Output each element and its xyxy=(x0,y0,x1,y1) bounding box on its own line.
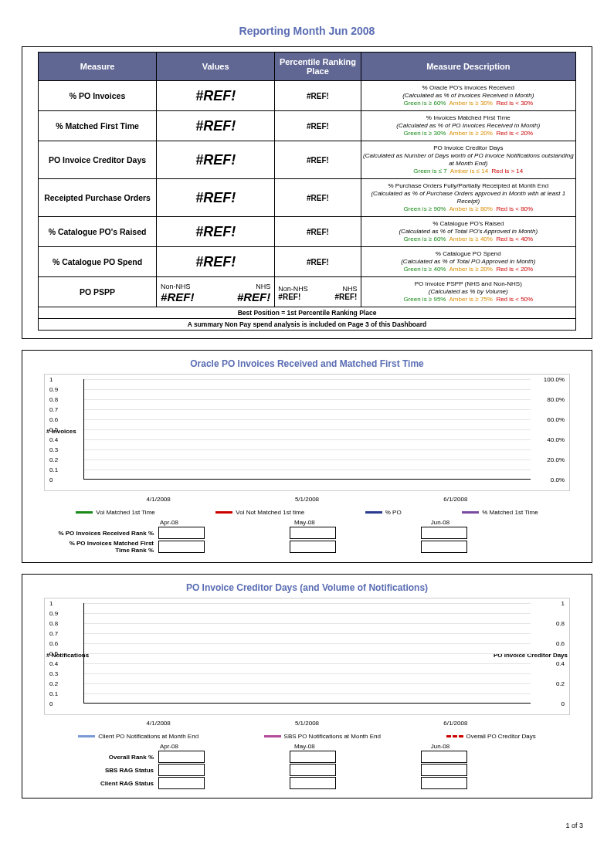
y2tick: 0.2 xyxy=(556,680,565,687)
rank-box xyxy=(421,541,467,553)
chart1-legend: Vol Matched 1st TimeVol Not Matched 1st … xyxy=(46,509,568,516)
rank-box xyxy=(421,777,467,789)
rank-row: % PO Invoices Received Rank % xyxy=(53,527,576,539)
month-label: Jun-08 xyxy=(431,743,449,750)
ytick: 0.7 xyxy=(49,406,58,413)
rank-box xyxy=(290,777,336,789)
ytick: 0 xyxy=(49,700,53,707)
legend-item: Vol Not Matched 1st time xyxy=(215,509,304,516)
measure-name: % Catalogue PO's Raised xyxy=(39,217,157,247)
y2tick: 0.8 xyxy=(556,620,565,627)
measure-name: % Matched First Time xyxy=(39,111,157,141)
legend-item: % PO xyxy=(365,509,402,516)
ytick: 0.8 xyxy=(49,396,58,403)
measures-table: Measure Values Percentile Ranking Place … xyxy=(38,52,576,307)
ytick: 0.6 xyxy=(49,416,58,423)
ytick: 0.9 xyxy=(49,610,58,617)
y2tick: 20.0% xyxy=(547,456,565,463)
table-footer-1: Best Position = 1st Percentile Ranking P… xyxy=(38,307,576,319)
rank-box xyxy=(158,527,205,539)
measure-rank: Non-NHSNHS#REF!#REF! xyxy=(275,277,361,307)
ytick: 0.5 xyxy=(49,650,58,657)
ytick: 0.9 xyxy=(49,386,58,393)
ytick: 0.2 xyxy=(49,680,58,687)
col-rank: Percentile Ranking Place xyxy=(275,53,361,81)
xtick: 5/1/2008 xyxy=(295,496,319,503)
measure-name: PO PSPP xyxy=(39,277,157,307)
xtick: 6/1/2008 xyxy=(443,720,467,727)
measure-rank: #REF! xyxy=(275,179,361,217)
page-number: 1 of 3 xyxy=(15,822,583,829)
measure-desc: % Invoices Matched First Time(Calculated… xyxy=(361,111,575,141)
measure-name: Receipted Purchase Orders xyxy=(39,179,157,217)
ytick: 0.2 xyxy=(49,456,58,463)
table-footer-2: A summary Non Pay spend analysis is incl… xyxy=(38,319,576,331)
ytick: 1 xyxy=(49,376,53,383)
legend-item: % Matched 1st Time xyxy=(462,509,538,516)
rank-row: % PO Invoices Matched First Time Rank % xyxy=(53,540,576,554)
col-values: Values xyxy=(157,53,275,81)
legend-item: SBS PO Notifications at Month End xyxy=(264,733,381,740)
legend-item: Client PO Notifications at Month End xyxy=(78,733,198,740)
measure-name: PO Invoice Creditor Days xyxy=(39,141,157,179)
xtick: 4/1/2008 xyxy=(147,720,171,727)
chart1-title: Oracle PO Invoices Received and Matched … xyxy=(38,358,576,369)
ytick: 0.1 xyxy=(49,690,58,697)
col-measure: Measure xyxy=(39,53,157,81)
xtick: 5/1/2008 xyxy=(295,720,319,727)
ytick: 0.3 xyxy=(49,670,58,677)
rank-box xyxy=(158,764,205,776)
xtick: 4/1/2008 xyxy=(147,496,171,503)
rank-row: Client RAG Status xyxy=(53,777,576,789)
chart1-xticks: 4/1/20085/1/20086/1/2008 xyxy=(84,496,530,503)
y2tick: 80.0% xyxy=(547,396,565,403)
chart1-plot: # Invoices 10.90.80.70.60.50.40.30.20.10… xyxy=(44,374,570,491)
measure-name: % Catalogue PO Spend xyxy=(39,247,157,277)
rank-box xyxy=(290,527,336,539)
legend-item: Overall PO Creditor Days xyxy=(446,733,536,740)
measure-value: #REF! xyxy=(157,247,275,277)
month-label: May-08 xyxy=(294,519,315,526)
ytick: 0.5 xyxy=(49,426,58,433)
measure-rank: #REF! xyxy=(275,141,361,179)
rank-box xyxy=(290,764,336,776)
measure-desc: % Oracle PO's Invoices Received(Calculat… xyxy=(361,81,575,111)
measure-value: #REF! xyxy=(157,217,275,247)
legend-item: Vol Matched 1st Time xyxy=(76,509,154,516)
chart1-grid xyxy=(83,379,531,480)
chart1-ranks: % PO Invoices Received Rank %% PO Invoic… xyxy=(38,527,576,554)
ytick: 0.4 xyxy=(49,660,58,667)
chart1-panel: Oracle PO Invoices Received and Matched … xyxy=(22,350,592,563)
rank-box xyxy=(421,751,467,763)
measure-rank: #REF! xyxy=(275,217,361,247)
y2tick: 0.4 xyxy=(556,660,565,667)
rank-box xyxy=(290,751,336,763)
measure-rank: #REF! xyxy=(275,247,361,277)
rank-box xyxy=(290,541,336,553)
chart2-legend: Client PO Notifications at Month EndSBS … xyxy=(46,733,568,740)
xtick: 6/1/2008 xyxy=(443,496,467,503)
month-label: Apr-08 xyxy=(160,519,178,526)
chart2-plot: # Notifications PO Invoice Creditor Days… xyxy=(44,598,570,715)
page-title: Reporting Month Jun 2008 xyxy=(15,25,599,37)
measure-desc: PO Invoice Creditor Days(Calculated as N… xyxy=(361,141,575,179)
chart2-title: PO Invoice Creditor Days (and Volume of … xyxy=(38,582,576,593)
measure-value: Non-NHSNHS#REF!#REF! xyxy=(157,277,275,307)
measure-desc: % Catalogue PO Spend(Calculated as % of … xyxy=(361,247,575,277)
y2tick: 0.6 xyxy=(556,640,565,647)
measure-rank: #REF! xyxy=(275,111,361,141)
y2tick: 0.0% xyxy=(551,476,565,483)
measure-value: #REF! xyxy=(157,81,275,111)
measure-value: #REF! xyxy=(157,179,275,217)
ytick: 0.6 xyxy=(49,640,58,647)
rank-box xyxy=(158,541,205,553)
y2tick: 40.0% xyxy=(547,436,565,443)
chart2-ranks: Overall Rank %SBS RAG StatusClient RAG S… xyxy=(38,751,576,789)
month-label: Jun-08 xyxy=(431,519,449,526)
rank-box xyxy=(158,777,205,789)
y2tick: 60.0% xyxy=(547,416,565,423)
measure-value: #REF! xyxy=(157,141,275,179)
measures-panel: Measure Values Percentile Ranking Place … xyxy=(22,46,592,339)
ytick: 0.1 xyxy=(49,466,58,473)
y2tick: 0 xyxy=(561,700,565,707)
